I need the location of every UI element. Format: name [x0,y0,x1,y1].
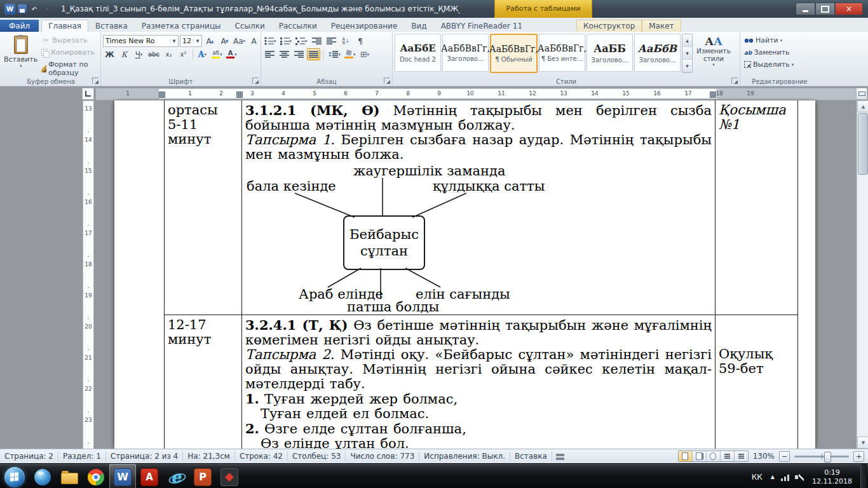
shrink-font-button[interactable]: А▼ [218,35,231,47]
sort-button[interactable]: АЯ↓ [339,35,353,47]
dialog-launcher-icon[interactable] [92,78,98,84]
ribbon-tab[interactable]: ABBYY FineReader 11 [434,20,529,32]
gallery-scroll-up-button[interactable]: ▲ [682,34,692,47]
scroll-up-button[interactable]: ▲ [857,100,868,112]
outline-view-button[interactable] [721,451,735,461]
volume-icon[interactable] [794,473,804,481]
close-button[interactable]: × [835,3,863,15]
multilevel-list-button[interactable]: ▾ [294,35,309,47]
ribbon-tab[interactable]: Вид [404,20,433,32]
maximize-button[interactable] [815,3,835,15]
table-column-marker[interactable] [710,92,716,98]
align-left-button[interactable] [263,48,276,60]
ruler-toggle-button[interactable] [856,88,867,100]
style-gallery-item[interactable]: АаБбВвГг, ¶ Без инте... [539,34,585,72]
taskbar-app-button[interactable]: W [109,464,136,488]
ribbon-tab[interactable]: Файл [0,20,39,32]
minimize-button[interactable] [796,3,815,15]
status-item[interactable]: Раздел: 1 [58,451,106,461]
ribbon-tab[interactable]: Главная [41,20,88,32]
qat-dropdown-icon[interactable]: ▾ [42,4,52,14]
line-spacing-button[interactable]: ↕▾ [326,48,342,60]
taskbar-app-button[interactable] [83,464,109,488]
show-marks-button[interactable]: ¶ [354,35,367,47]
style-gallery-item[interactable]: АаБбВвГг, Заголово... [442,34,489,72]
show-desktop-button[interactable] [860,464,867,488]
dialog-launcher-icon[interactable] [731,78,738,84]
status-item[interactable]: Страница: 2 из 4 [106,451,183,461]
clear-formatting-button[interactable]: А [247,35,261,47]
ribbon-tab[interactable]: Макет [642,20,681,32]
undo-icon[interactable]: ↶ [29,4,39,14]
zoom-slider[interactable] [794,456,849,458]
ribbon-tab[interactable]: Вставка [88,20,135,32]
gallery-more-button[interactable]: ▼ [682,60,692,72]
document-page[interactable]: ортасы 5-11 минут 3.1.2.1 (МК, Ө) Мәтінн… [114,100,815,449]
table-cell-time-1[interactable]: ортасы 5-11 минут [168,103,239,147]
justify-button[interactable] [307,48,320,60]
word-logo-icon[interactable]: W [4,4,15,15]
zoom-level[interactable]: 130% [753,452,775,461]
font-color-button[interactable]: А▾ [225,48,238,60]
style-gallery-item[interactable]: АаБбВвГг, ¶ Обычный [490,34,538,73]
macro-record-icon[interactable] [556,453,564,460]
dialog-launcher-icon[interactable] [384,78,390,84]
change-case-button[interactable]: Аа▾ [233,35,246,47]
web-layout-view-button[interactable] [707,451,721,461]
table-column-marker[interactable] [159,92,165,98]
taskbar-app-button[interactable] [29,464,56,488]
style-gallery-item[interactable]: АаББ Заголово... [587,34,633,72]
status-item[interactable]: Число слов: 773 [346,451,419,461]
subscript-button[interactable]: х₂ [162,48,175,60]
start-button[interactable] [0,464,29,488]
status-item[interactable]: На: 21,3см [183,451,235,461]
dialog-launcher-icon[interactable] [252,78,259,84]
copy-button[interactable]: Копировать [39,47,98,58]
taskbar-app-button[interactable] [56,464,83,488]
status-item[interactable]: Исправления: Выкл. [419,451,510,461]
taskbar-app-button[interactable]: A [136,464,163,488]
underline-button[interactable]: Ч▾ [132,48,146,60]
taskbar-app-button[interactable]: e [163,464,189,488]
italic-button[interactable]: К [118,48,131,60]
style-gallery-item[interactable]: АаБбВ Заголово... [634,34,681,72]
zoom-out-button[interactable]: − [779,451,790,462]
network-icon[interactable] [780,473,790,481]
zoom-in-button[interactable]: + [853,451,864,462]
draft-view-button[interactable] [735,451,748,461]
scroll-down-button[interactable]: ▼ [857,437,868,449]
ribbon-tab[interactable]: Ссылки [228,20,272,32]
language-indicator[interactable]: КК [749,471,765,483]
replace-button[interactable]: abЗаменить [742,47,817,58]
increase-indent-button[interactable] [325,35,338,47]
table-column-marker[interactable] [236,92,243,98]
taskbar-app-button[interactable] [216,464,243,488]
grow-font-button[interactable]: А▲ [203,35,217,47]
scrollbar-thumb[interactable] [858,113,868,175]
fullscreen-reading-view-button[interactable] [693,451,707,461]
superscript-button[interactable]: х² [177,48,190,60]
font-name-combo[interactable]: Times New Ro ▼ [103,35,179,47]
gallery-scroll-down-button[interactable]: ▼ [682,47,692,60]
table-cell-time-2[interactable]: 12-17 минут [168,318,239,347]
cut-button[interactable]: ✂Вырезать [39,35,98,46]
taskbar-app-button[interactable]: P [189,464,216,488]
find-button[interactable]: Найти▾ [742,35,817,46]
zoom-slider-thumb[interactable] [824,452,831,463]
change-styles-button[interactable]: АА Изменить стили ▾ [694,34,733,67]
strikethrough-button[interactable]: abc [147,48,161,60]
ribbon-tab[interactable]: Рассылки [272,20,324,32]
font-size-combo[interactable]: 12 ▼ [180,35,202,47]
highlight-button[interactable]: аб▾ [210,48,224,60]
bold-button[interactable]: Ж [103,48,116,60]
table-cell-content-1[interactable]: 3.1.2.1 (МК, Ө) Мәтіннің тақырыбы мен бе… [245,103,712,162]
table-cell-resource-1[interactable]: Қосымша №1 [719,103,795,132]
status-item[interactable]: Страница: 2 [0,451,58,461]
text-effects-button[interactable]: А▾ [196,48,209,60]
status-item[interactable]: Вставка [510,451,552,461]
style-gallery-item[interactable]: АаБбЕ Doc head 2 [395,34,441,72]
table-cell-resource-2[interactable]: Оқулық 59-бет [719,347,795,376]
status-item[interactable]: Строка: 42 [235,451,288,461]
tray-clock[interactable]: 0:19 12.11.2018 [808,468,856,486]
vertical-ruler[interactable]: 1314151617181920212223 [83,100,94,450]
